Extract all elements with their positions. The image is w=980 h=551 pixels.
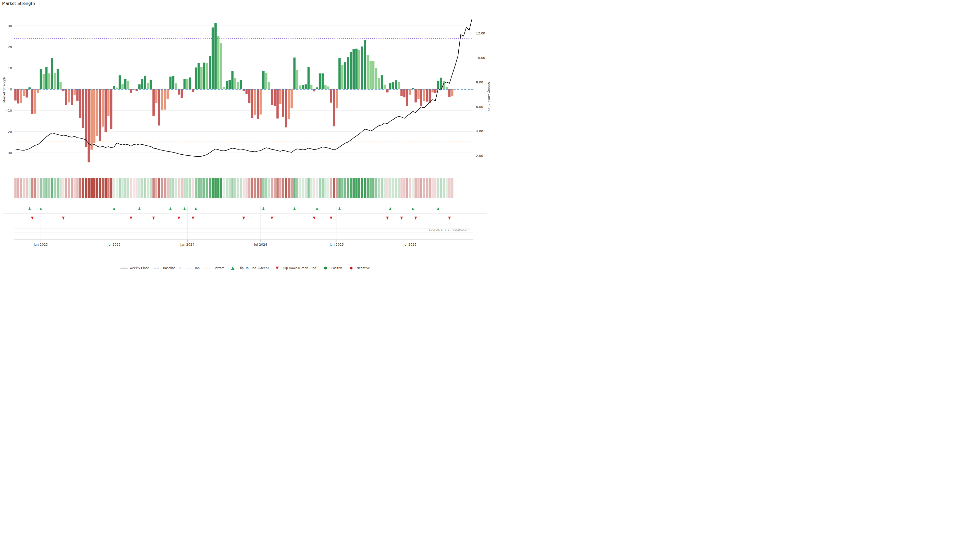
x-tick-label: Jan 2025	[329, 243, 344, 246]
legend-line-dotted-icon	[185, 266, 193, 270]
right-tick-label: 12.00	[476, 32, 485, 35]
strength-bar	[107, 89, 110, 116]
strength-bar	[51, 58, 53, 89]
flip-marker-rows	[3, 207, 487, 232]
flip-up-marker	[183, 207, 186, 210]
x-tick-label: Jul 2024	[254, 243, 267, 246]
heatmap-cell	[203, 178, 205, 198]
heatmap-cell	[88, 178, 90, 198]
heatmap-cell	[167, 178, 169, 198]
strength-bar	[102, 89, 104, 127]
left-tick-label: −30	[5, 151, 12, 155]
strength-bar	[189, 78, 191, 89]
strength-bar	[285, 89, 287, 127]
strength-bar	[451, 89, 453, 96]
heatmap-cell	[395, 178, 397, 198]
strength-bar	[181, 89, 183, 98]
strength-bar	[305, 84, 307, 89]
heatmap-cell	[99, 178, 101, 198]
x-tick-label: Jul 2025	[403, 243, 417, 246]
legend-item-label: Flip Up (Red→Green)	[239, 266, 269, 270]
strength-bar	[434, 89, 437, 93]
strength-bar	[45, 67, 48, 89]
strength-bar	[79, 89, 81, 118]
legend-line-solid-icon	[120, 266, 128, 270]
heatmap-cell	[234, 178, 237, 198]
source-attribution: source: sharemaestro.com	[429, 228, 469, 231]
strength-bar	[369, 61, 372, 89]
heatmap-cell	[20, 178, 22, 198]
heatmap-cell	[296, 178, 299, 198]
heatmap-cell	[431, 178, 434, 198]
heatmap-cell	[102, 178, 104, 198]
heatmap-cell	[389, 178, 391, 198]
heatmap-cell	[107, 178, 110, 198]
legend-item-label: Bottom	[213, 266, 224, 270]
heatmap-cell	[206, 178, 208, 198]
x-tick-label: Jul 2023	[107, 243, 121, 246]
strength-bar	[20, 89, 22, 103]
right-tick-label: 10.00	[476, 56, 485, 60]
heatmap-cell	[451, 178, 453, 198]
heatmap-cell	[313, 178, 315, 198]
strength-bar	[135, 89, 138, 91]
heatmap-cell	[57, 178, 59, 198]
strength-bar	[231, 71, 234, 89]
strength-bar	[271, 89, 273, 105]
heatmap-cell	[361, 178, 363, 198]
heatmap-cell	[28, 178, 30, 198]
strength-bar	[121, 84, 124, 89]
strength-bar	[150, 80, 152, 89]
heatmap-cell	[302, 178, 304, 198]
legend-item-label: Baseline (0)	[163, 266, 181, 270]
heatmap-cell	[440, 178, 442, 198]
strength-bar	[262, 71, 265, 89]
strength-bar	[141, 79, 143, 89]
heatmap-cell	[305, 178, 307, 198]
strength-bar	[293, 58, 296, 89]
heatmap-cell	[141, 178, 143, 198]
heatmap-cell	[186, 178, 189, 198]
heatmap-cell	[34, 178, 37, 198]
heatmap-cell	[40, 178, 42, 198]
strength-bar	[169, 76, 172, 89]
flip-up-marker	[28, 207, 31, 210]
flip-down-marker	[400, 217, 403, 220]
flip-up-marker	[262, 207, 265, 210]
legend-item-label: Flip Down (Green→Red)	[283, 266, 317, 270]
strength-heatmap-strip	[14, 178, 453, 198]
heatmap-cell	[412, 178, 414, 198]
flip-down-marker	[386, 217, 389, 220]
legend-item: Negative	[347, 266, 370, 270]
heatmap-cell	[228, 178, 231, 198]
strength-bar	[48, 73, 51, 89]
strength-bar	[313, 89, 315, 91]
strength-bar	[437, 81, 439, 89]
strength-bar	[183, 79, 186, 89]
heatmap-cell	[392, 178, 394, 198]
left-tick-label: 0	[10, 87, 12, 91]
strength-bar	[440, 78, 442, 89]
flip-down-marker	[448, 217, 451, 220]
strength-bar	[68, 89, 70, 102]
strength-bar	[161, 89, 163, 110]
strength-bar	[319, 73, 321, 89]
flip-down-marker	[178, 217, 180, 220]
heatmap-cell	[257, 178, 259, 198]
heatmap-cell	[113, 178, 115, 198]
strength-bar	[395, 80, 397, 89]
heatmap-cell	[37, 178, 39, 198]
strength-bar	[113, 86, 115, 89]
heatmap-cell	[135, 178, 138, 198]
strength-bar	[65, 89, 67, 105]
heatmap-cell	[344, 178, 346, 198]
strength-bar	[431, 89, 434, 92]
weekly-close-polyline	[16, 19, 472, 157]
flip-up-marker	[293, 207, 296, 210]
flip-down-marker	[330, 217, 332, 220]
strength-bar	[90, 89, 93, 150]
strength-bar	[40, 69, 42, 89]
strength-bar	[147, 83, 149, 89]
strength-bar	[341, 65, 344, 89]
strength-bar	[178, 89, 180, 95]
